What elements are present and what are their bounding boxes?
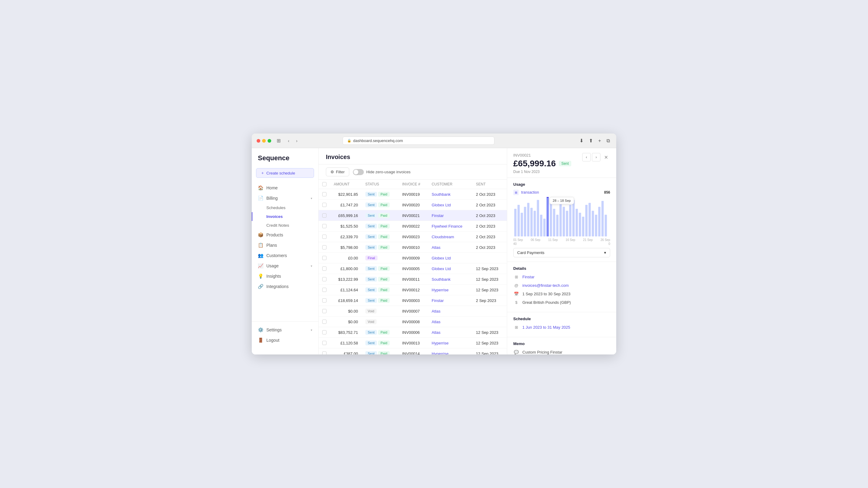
row-checkbox[interactable]: [322, 277, 327, 281]
detail-prev-btn[interactable]: ‹: [582, 153, 591, 161]
row-checkbox[interactable]: [322, 192, 327, 196]
sidebar-toggle-btn[interactable]: ⊞: [274, 137, 283, 144]
sidebar-item-settings[interactable]: ⚙️ Settings ▾: [252, 325, 318, 335]
customer-cell[interactable]: Hyperrise: [428, 338, 472, 348]
customer-link[interactable]: Atlas: [432, 330, 440, 335]
sidebar-item-invoices[interactable]: Invoices: [252, 212, 318, 221]
row-checkbox[interactable]: [322, 213, 327, 218]
row-checkbox[interactable]: [322, 341, 327, 345]
sidebar-item-customers[interactable]: 👥 Customers: [252, 250, 318, 261]
table-row[interactable]: £2,339.70 Sent Paid INV00023 Cloudstream…: [318, 232, 507, 242]
customer-link[interactable]: Hyperrise: [432, 288, 448, 292]
customer-link[interactable]: Globex Ltd: [432, 203, 451, 207]
table-row[interactable]: £65,999.16 Sent Paid INV00021 Finstar 2 …: [318, 210, 507, 221]
table-row[interactable]: £18,659.14 Sent Paid INV00003 Finstar 2 …: [318, 295, 507, 306]
row-checkbox[interactable]: [322, 235, 327, 239]
select-all-checkbox[interactable]: [322, 182, 327, 186]
customer-cell[interactable]: Finstar: [428, 210, 472, 221]
row-checkbox[interactable]: [322, 245, 327, 250]
row-checkbox[interactable]: [322, 256, 327, 260]
table-row[interactable]: $0.00 Void INV00007 Atlas: [318, 306, 507, 317]
sidebar-item-products[interactable]: 📦 Products: [252, 230, 318, 240]
customer-email-link[interactable]: invoices@finstar-tech.com: [522, 283, 569, 288]
sidebar-item-schedules[interactable]: Schedules: [252, 203, 318, 212]
customer-link[interactable]: Flywheel Finance: [432, 224, 462, 229]
sidebar-item-billing[interactable]: 📄 Billing ▾: [252, 193, 318, 203]
customer-cell[interactable]: Flywheel Finance: [428, 221, 472, 232]
sidebar-item-settings-label: Settings: [266, 327, 282, 332]
close-traffic-light[interactable]: [257, 139, 260, 143]
customer-cell[interactable]: Finstar: [428, 295, 472, 306]
table-row[interactable]: £387.00 Sent Paid INV00014 Hyperrise 12 …: [318, 348, 507, 355]
table-row[interactable]: £1,800.00 Sent Paid INV00005 Globex Ltd …: [318, 263, 507, 274]
customer-link[interactable]: Finstar: [432, 213, 444, 218]
customer-cell[interactable]: Hyperrise: [428, 285, 472, 295]
row-checkbox[interactable]: [322, 309, 327, 313]
download-btn[interactable]: ⬇: [578, 137, 585, 144]
row-checkbox[interactable]: [322, 351, 327, 355]
detail-next-btn[interactable]: ›: [592, 153, 600, 161]
table-row[interactable]: £1,120.58 Sent Paid INV00013 Hyperrise 1…: [318, 338, 507, 348]
sidebar-item-home[interactable]: 🏠 Home: [252, 183, 318, 193]
schedule-range-link[interactable]: 1 Jun 2023 to 31 May 2025: [522, 325, 570, 330]
table-row[interactable]: $5,798.00 Sent Paid INV00010 Atlas 2 Oct…: [318, 242, 507, 253]
table-row[interactable]: $1,525.50 Sent Paid INV00022 Flywheel Fi…: [318, 221, 507, 232]
sidebar-item-integrations[interactable]: 🔗 Integrations: [252, 281, 318, 292]
table-row[interactable]: £1,124.64 Sent Paid INV00012 Hyperrise 1…: [318, 285, 507, 295]
customer-cell[interactable]: Atlas: [428, 317, 472, 327]
row-checkbox[interactable]: [322, 224, 327, 228]
customer-link[interactable]: Globex Ltd: [432, 256, 451, 260]
customer-cell[interactable]: Globex Ltd: [428, 263, 472, 274]
table-row[interactable]: $0.00 Void INV00008 Atlas: [318, 317, 507, 327]
table-row[interactable]: $13,222.99 Sent Paid INV00011 Southbank …: [318, 274, 507, 285]
sidebar-item-usage[interactable]: 📈 Usage ▾: [252, 261, 318, 271]
row-checkbox[interactable]: [322, 288, 327, 292]
maximize-traffic-light[interactable]: [268, 139, 271, 143]
row-checkbox[interactable]: [322, 298, 327, 302]
customer-cell[interactable]: Southbank: [428, 189, 472, 200]
customer-cell[interactable]: Southbank: [428, 274, 472, 285]
customer-link[interactable]: Cloudstream: [432, 235, 454, 239]
row-checkbox[interactable]: [322, 320, 327, 324]
minimize-traffic-light[interactable]: [262, 139, 266, 143]
forward-btn[interactable]: ›: [294, 138, 300, 144]
customer-link[interactable]: Atlas: [432, 320, 440, 324]
customer-cell[interactable]: Globex Ltd: [428, 253, 472, 263]
customer-link[interactable]: Hyperrise: [432, 341, 448, 345]
table-row[interactable]: £1,747.20 Sent Paid INV00020 Globex Ltd …: [318, 200, 507, 210]
customer-cell[interactable]: Cloudstream: [428, 232, 472, 242]
row-checkbox[interactable]: [322, 266, 327, 271]
customer-cell[interactable]: Atlas: [428, 306, 472, 317]
customer-cell[interactable]: Hyperrise: [428, 348, 472, 355]
filter-button[interactable]: ⚙ Filter: [326, 167, 349, 176]
customer-link[interactable]: Southbank: [432, 277, 451, 282]
share-btn[interactable]: ⬆: [587, 137, 594, 144]
back-btn[interactable]: ‹: [286, 138, 291, 144]
customer-link[interactable]: Globex Ltd: [432, 266, 451, 271]
sidebar-item-plans[interactable]: 📋 Plans: [252, 240, 318, 250]
customer-cell[interactable]: Globex Ltd: [428, 200, 472, 210]
customer-link[interactable]: Atlas: [432, 309, 440, 314]
customer-link[interactable]: Finstar: [432, 298, 444, 303]
detail-close-btn[interactable]: ✕: [602, 153, 610, 161]
copy-btn[interactable]: ⧉: [605, 137, 611, 144]
table-row[interactable]: £0.00 Final INV00009 Globex Ltd: [318, 253, 507, 263]
sidebar-item-credit-notes[interactable]: Credit Notes: [252, 221, 318, 230]
table-row[interactable]: $22,901.85 Sent Paid INV00019 Southbank …: [318, 189, 507, 200]
row-checkbox[interactable]: [322, 203, 327, 207]
sidebar-item-logout[interactable]: 🚪 Logout: [252, 335, 318, 345]
customer-cell[interactable]: Atlas: [428, 242, 472, 253]
create-schedule-btn[interactable]: ＋ Create schedule: [256, 168, 314, 178]
sidebar-item-insights[interactable]: 💡 Insights: [252, 271, 318, 281]
customer-link[interactable]: Southbank: [432, 192, 451, 197]
customer-name-link[interactable]: Finstar: [522, 275, 534, 279]
hide-zero-toggle[interactable]: [353, 169, 364, 175]
new-tab-btn[interactable]: +: [597, 137, 602, 144]
customer-cell[interactable]: Atlas: [428, 327, 472, 338]
sent-cell: [472, 317, 507, 327]
row-checkbox[interactable]: [322, 330, 327, 334]
customer-link[interactable]: Atlas: [432, 245, 440, 250]
table-row[interactable]: $83,752.71 Sent Paid INV00006 Atlas 12 S…: [318, 327, 507, 338]
card-payments-dropdown[interactable]: Card Payments ▾: [513, 248, 610, 257]
customer-link[interactable]: Hyperrise: [432, 351, 448, 355]
